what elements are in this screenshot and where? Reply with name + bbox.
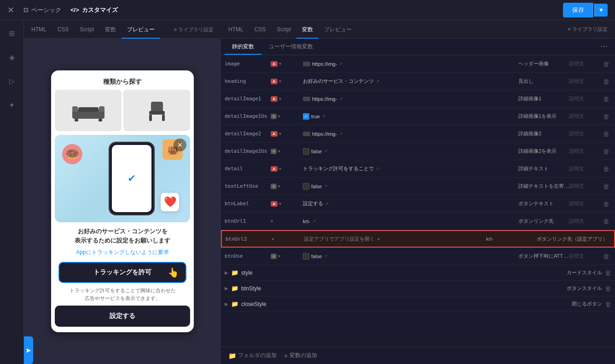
expand-tlu[interactable]: ↗ — [324, 184, 327, 189]
tracking-allow-button[interactable]: トラッキングを許可 👆 — [58, 262, 186, 283]
tab-static-vars[interactable]: 静的変数 — [225, 38, 261, 55]
folder-closestyle[interactable]: ▶ 📁 closeStyle 閉じるボタン 🗑 — [221, 296, 615, 312]
var-type-image[interactable]: A ▾ — [271, 61, 303, 67]
var-name-detailimage1: detailImage1 — [225, 96, 271, 102]
tab-css-left[interactable]: CSS — [52, 20, 75, 39]
var-value-btnlabel[interactable]: 設定する ↗ — [303, 200, 518, 207]
tools-icon[interactable]: ✦ — [5, 98, 19, 112]
library-settings-right[interactable]: ≡ ライブラリ設定 — [563, 26, 613, 33]
delete-detail[interactable]: 🗑 — [601, 165, 611, 173]
var-value-detail[interactable]: トラッキング許可をすることで ↗ — [303, 165, 518, 172]
expand-arrow[interactable]: ▶ — [24, 336, 33, 364]
expand-detail[interactable]: ↗ — [376, 166, 379, 171]
checkbox-tlu[interactable] — [303, 183, 309, 190]
var-type-detail[interactable]: A ▾ — [271, 166, 303, 172]
checkbox-di1us[interactable]: ✓ — [303, 113, 309, 120]
library-settings-left[interactable]: ≡ ライブラリ設定 — [168, 20, 219, 39]
expand-value-image[interactable]: ↗ — [339, 61, 342, 66]
tab-html-left[interactable]: HTML — [26, 20, 52, 39]
var-type-heading[interactable]: A ▾ — [271, 79, 303, 84]
delete-btnuse[interactable]: 🗑 — [601, 253, 611, 260]
delete-btnlabel[interactable]: 🗑 — [601, 200, 611, 208]
svg-rect-7 — [149, 111, 165, 115]
more-options-button[interactable]: ⋯ — [597, 38, 611, 55]
settings-button[interactable]: 設定する — [55, 306, 190, 327]
tab-script-left[interactable]: Script — [74, 20, 99, 39]
tab-variables-left[interactable]: 変数 — [99, 20, 122, 39]
var-value-di2us[interactable]: false ↗ — [303, 148, 518, 155]
folder-delete-closestyle[interactable]: 🗑 — [605, 300, 611, 308]
delete-var-heading[interactable]: 🗑 — [601, 78, 611, 85]
var-type-btnlabel[interactable]: A ▾ — [271, 201, 303, 207]
delete-var-image[interactable]: 🗑 — [601, 60, 611, 68]
tab-user-vars[interactable]: ユーザー情報変数 — [261, 38, 320, 55]
expand-di2[interactable]: ↗ — [339, 131, 342, 136]
save-dropdown-button[interactable]: ▼ — [594, 4, 608, 17]
expand-di2us[interactable]: ↗ — [324, 149, 327, 154]
delete-btnurl1[interactable]: 🗑 — [601, 218, 611, 225]
save-button[interactable]: 保存 — [563, 3, 593, 17]
folder-name-btnstyle: btnStyle — [241, 285, 261, 292]
checkbox-btnuse[interactable] — [303, 253, 309, 260]
expand-di1us[interactable]: ↗ — [322, 114, 325, 119]
customize-tab-icon: </> — [70, 6, 79, 13]
expand-btnuse[interactable]: ↗ — [324, 254, 327, 259]
tab-preview-right[interactable]: プレビュー — [319, 20, 357, 39]
expand-btnurl1[interactable]: ↗ — [312, 219, 316, 224]
delete-di1us[interactable]: 🗑 — [601, 113, 611, 120]
var-type-di1us[interactable]: ≡ ▾ — [271, 114, 303, 119]
folder-arrow-closestyle: ▶ — [225, 301, 228, 306]
close-button[interactable]: ✕ — [7, 5, 14, 15]
var-type-tlu[interactable]: ≡ ▾ — [271, 184, 303, 189]
var-value-btnurl2[interactable]: 設定アプリでアプリ設定を開く ▾ — [304, 236, 486, 243]
sofa-svg — [70, 98, 107, 123]
var-value-heading[interactable]: お好みのサービス・コンテンツ ↗ — [303, 78, 518, 85]
checkbox-di2us[interactable] — [303, 148, 309, 155]
layers-icon[interactable]: ◈ — [5, 50, 19, 64]
var-value-tlu[interactable]: false ↗ — [303, 183, 518, 190]
var-value-image[interactable]: https://img- ↗ — [303, 61, 518, 67]
var-type-detailimage1[interactable]: A ▾ — [271, 96, 303, 102]
var-value-btnurl1[interactable]: krt- ↗ — [303, 219, 518, 224]
var-label-detailimage1: 詳細画像1 — [518, 95, 569, 102]
add-folder-button[interactable]: 📁 フォルダの追加 — [228, 352, 277, 359]
customize-tab[interactable]: </> カスタマイズ — [70, 6, 118, 14]
tab-html-right[interactable]: HTML — [223, 20, 249, 39]
expand-btnlabel[interactable]: ↗ — [325, 201, 329, 206]
var-desc-tlu: 説明文 — [569, 183, 601, 190]
close-card-button[interactable]: ✕ — [174, 139, 186, 151]
svg-rect-1 — [72, 106, 78, 112]
folder-delete-style[interactable]: 🗑 — [605, 269, 611, 277]
add-variable-button[interactable]: + 変数の追加 — [284, 352, 317, 359]
tab-preview-left[interactable]: プレビュー — [122, 20, 160, 39]
no-tracking-link[interactable]: Appにトラッキングしないように要求 — [51, 247, 194, 258]
tab-css-right[interactable]: CSS — [249, 20, 272, 39]
delete-tlu[interactable]: 🗑 — [601, 183, 611, 190]
tab-variables-right[interactable]: 変数 — [296, 20, 319, 39]
expand-value-heading[interactable]: ↗ — [376, 79, 379, 84]
var-type-btnuse[interactable]: ≡ ▾ — [271, 254, 303, 259]
var-type-detailimage2[interactable]: A ▾ — [271, 131, 303, 137]
expand-value-di1[interactable]: ↗ — [339, 96, 342, 101]
video-icon[interactable]: ▷ — [5, 74, 19, 88]
phone-mockup: ✔ — [109, 142, 155, 215]
svg-rect-8 — [149, 115, 152, 121]
pages-icon[interactable]: ⊞ — [5, 26, 19, 40]
delete-var-di1[interactable]: 🗑 — [601, 95, 611, 103]
var-name-detail: detail — [225, 166, 271, 172]
variables-table: image A ▾ https://img- ↗ ヘッダー画像 説明文 🗑 he… — [221, 55, 615, 347]
folder-style[interactable]: ▶ 📁 style カードスタイル 🗑 — [221, 265, 615, 281]
var-type-btnurl1[interactable]: ▾ — [271, 219, 303, 224]
tab-script-right[interactable]: Script — [271, 20, 296, 39]
delete-di2us[interactable]: 🗑 — [601, 148, 611, 155]
var-value-detailimage1[interactable]: https://img- ↗ — [303, 96, 518, 102]
var-value-di1us[interactable]: ✓ true ↗ — [303, 113, 518, 120]
var-value-btnuse[interactable]: false ↗ — [303, 253, 518, 260]
var-type-btnurl2[interactable]: ▾ — [272, 237, 304, 242]
folder-delete-btnstyle[interactable]: 🗑 — [605, 285, 611, 292]
basic-tab[interactable]: ⊡ ベーシック — [23, 6, 61, 14]
folder-btnstyle[interactable]: ▶ 📁 btnStyle ボタンスタイル 🗑 — [221, 281, 615, 296]
var-type-di2us[interactable]: ≡ ▾ — [271, 149, 303, 154]
var-value-detailimage2[interactable]: https://img- ↗ — [303, 131, 518, 137]
delete-di2[interactable]: 🗑 — [601, 130, 611, 138]
